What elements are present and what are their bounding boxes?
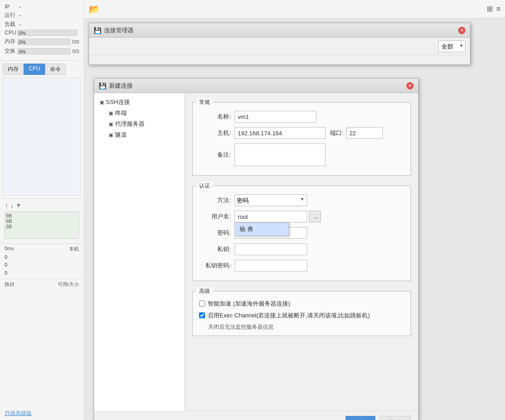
port-group: 端口: xyxy=(330,127,383,139)
user-browse-btn[interactable]: ... xyxy=(309,211,321,222)
swap-value: 0% xyxy=(19,49,26,55)
tab-cmd[interactable]: 命令 xyxy=(45,64,66,75)
adv-check2[interactable] xyxy=(199,312,205,318)
form-panel: 常规 名称: 主机: 端口: xyxy=(185,93,418,411)
conn-manager-title: 连接管理器 xyxy=(104,26,458,35)
cancel-button[interactable]: 取消 xyxy=(380,416,411,420)
conn-manager-close-btn[interactable]: ✕ xyxy=(458,27,465,34)
privkeypass-row: 私钥密码: xyxy=(199,260,404,272)
privkey-input[interactable] xyxy=(235,243,307,255)
new-conn-body: ▣ SSH连接 ▣ 终端 ▣ 代理服务器 xyxy=(94,93,418,411)
tree-panel: ▣ SSH连接 ▣ 终端 ▣ 代理服务器 xyxy=(94,93,185,411)
tree-item-proxy-label: 代理服务器 xyxy=(115,120,145,128)
advanced-section: 高级 智能加速 (加速海外服务器连接) 启用Exec Channel(若连接上就… xyxy=(192,287,411,336)
auth-section: 认证 方法: 密码 公钥 键盘交互 xyxy=(192,182,411,281)
privkeypass-label: 私钥密码: xyxy=(199,262,231,270)
tree-item-tunnel-icon: ▣ xyxy=(109,132,115,138)
privkey-label: 私钥: xyxy=(199,245,231,253)
run-value: - xyxy=(19,12,21,19)
advanced-legend: 高级 xyxy=(196,287,213,295)
disk-avail-label: 可用/大小 xyxy=(58,281,79,288)
method-row: 方法: 密码 公钥 键盘交互 xyxy=(199,194,404,206)
general-legend: 常规 xyxy=(196,99,213,106)
tree-item-terminal-icon: ▣ xyxy=(109,110,115,116)
privkey-input-group xyxy=(235,243,307,255)
mem-label: 内存 xyxy=(5,38,17,45)
user-input-wrapper: 杨 勇 ... xyxy=(235,211,307,222)
sidebar-top-info: IP - 运行 - 负载 - CPU 0% 内存 0% 0/0 交换 xyxy=(0,0,84,61)
latency-val2: 0 xyxy=(5,261,79,269)
ip-value: - xyxy=(19,4,21,10)
tree-item-terminal[interactable]: ▣ 终端 xyxy=(107,108,181,119)
adv-check1[interactable] xyxy=(199,301,205,306)
method-select[interactable]: 密码 公钥 键盘交互 xyxy=(235,194,307,206)
general-section: 常规 名称: 主机: 端口: xyxy=(192,99,411,176)
sidebar-network: ↑ ↓ ▼ 9B 6B 3B xyxy=(0,198,84,243)
method-select-wrapper: 密码 公钥 键盘交互 xyxy=(235,194,307,206)
user-label: 用户名: xyxy=(199,212,231,221)
net-labels: 9B 6B 3B xyxy=(6,213,12,229)
tree-root-item[interactable]: ▣ SSH连接 xyxy=(98,97,181,108)
note-label: 备注: xyxy=(199,151,231,159)
advanced-content: 智能加速 (加速海外服务器连接) 启用Exec Channel(若连接上就被断开… xyxy=(193,295,410,336)
upgrade-link[interactable]: 升级高级版 xyxy=(0,407,84,420)
topbar: 📂 ⊞ ≡ xyxy=(84,0,505,18)
conn-manager-titlebar: 💾 连接管理器 ✕ xyxy=(89,23,470,38)
note-input[interactable] xyxy=(235,143,325,166)
confirm-button[interactable]: 确定 xyxy=(345,416,375,420)
tab-cpu[interactable]: CPU xyxy=(24,64,45,75)
note-row: 备注: xyxy=(199,143,404,166)
sidebar-chart xyxy=(3,78,81,196)
tree-item-tunnel-label: 隧道 xyxy=(115,131,127,139)
new-conn-icon: 💾 xyxy=(99,82,106,89)
filter-bar: 全部 xyxy=(89,38,470,55)
mem-extra: 0/0 xyxy=(72,39,79,44)
adv-check2-label: 启用Exec Channel(若连接上就被断开,请关闭该项,比如跳板机) xyxy=(208,311,370,320)
swap-extra: 0/0 xyxy=(72,49,79,54)
cpu-label: CPU xyxy=(5,30,17,36)
latency-val1: 0 xyxy=(5,253,79,262)
name-label: 名称: xyxy=(199,113,231,121)
name-input[interactable] xyxy=(235,111,316,123)
main-content: 💾 连接管理器 ✕ 全部 💾 新建连接 ✕ xyxy=(84,18,505,420)
new-conn-close-btn[interactable]: ✕ xyxy=(406,82,414,89)
run-label: 运行 xyxy=(5,11,18,19)
user-input[interactable] xyxy=(235,211,307,222)
swap-bar: 0% xyxy=(17,48,70,54)
sidebar-tabs: 内存 CPU 命令 xyxy=(3,64,81,75)
filter-select[interactable]: 全部 xyxy=(438,40,465,52)
folder-icon[interactable]: 📂 xyxy=(89,4,100,15)
new-conn-title: 新建连接 xyxy=(109,82,406,90)
new-conn-window: 💾 新建连接 ✕ ▣ SSH连接 ▣ 终端 xyxy=(94,78,419,420)
net-bars-area: 9B 6B 3B xyxy=(5,212,79,239)
adv-note: 关闭后无法监控服务器信息 xyxy=(208,323,404,331)
cpu-row: CPU 0% xyxy=(5,30,79,36)
privkeypass-input[interactable] xyxy=(235,260,307,272)
name-row: 名称: xyxy=(199,111,404,123)
grid-view-icon[interactable]: ⊞ xyxy=(487,5,493,13)
load-value: - xyxy=(19,21,21,28)
autocomplete-dropdown: 杨 勇 xyxy=(235,222,289,236)
tree-expand-icon: ▣ xyxy=(100,99,106,105)
tree-item-proxy-icon: ▣ xyxy=(109,121,115,127)
tree-item-proxy[interactable]: ▣ 代理服务器 xyxy=(107,119,181,129)
tab-mem[interactable]: 内存 xyxy=(3,64,24,75)
modal-footer: 确定 取消 xyxy=(94,411,418,420)
adv-check1-row: 智能加速 (加速海外服务器连接) xyxy=(199,300,404,308)
tree-item-tunnel[interactable]: ▣ 隧道 xyxy=(107,129,181,140)
list-view-icon[interactable]: ≡ xyxy=(496,5,500,13)
autocomplete-item-0[interactable]: 杨 勇 xyxy=(235,223,289,236)
latency-location: 本机 xyxy=(69,246,79,252)
run-row: 运行 - xyxy=(5,11,79,19)
ip-row: IP - xyxy=(5,4,79,10)
net-label-3b: 3B xyxy=(6,224,12,229)
filter-select-wrapper: 全部 xyxy=(438,40,465,52)
load-row: 负载 - xyxy=(5,20,79,28)
new-conn-titlebar: 💾 新建连接 ✕ xyxy=(94,79,418,93)
pass-label: 密码: xyxy=(199,229,231,237)
arrow-up-icon: ↑ xyxy=(5,202,8,210)
net-label-9b: 9B xyxy=(6,213,12,218)
sidebar: IP - 运行 - 负载 - CPU 0% 内存 0% 0/0 交换 xyxy=(0,0,84,420)
port-input[interactable] xyxy=(346,127,383,139)
host-input[interactable] xyxy=(235,127,325,139)
